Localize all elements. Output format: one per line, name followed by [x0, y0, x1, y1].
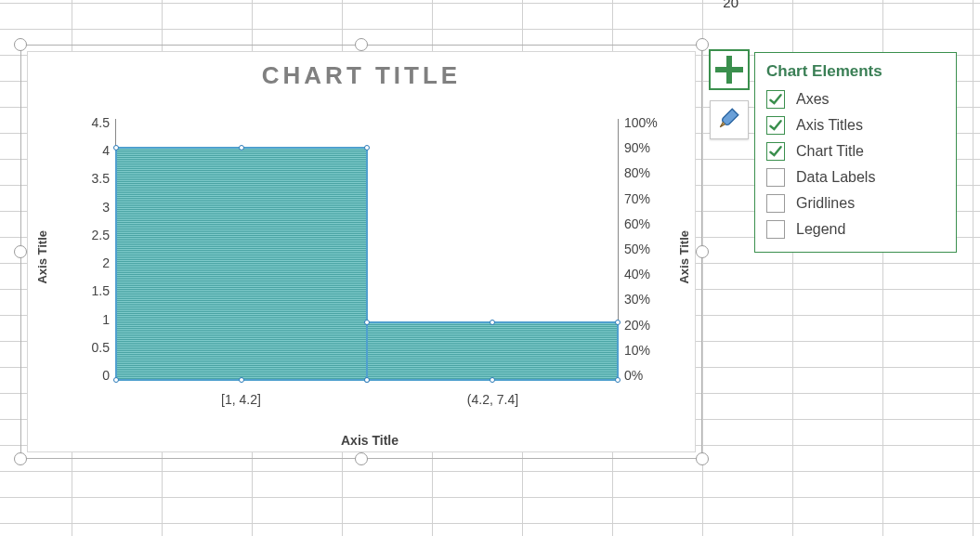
resize-handle[interactable] — [696, 452, 709, 465]
tick-label: 30% — [624, 292, 676, 307]
tick-label: [1, 4.2] — [115, 392, 367, 407]
chart-title[interactable]: CHART TITLE — [28, 61, 695, 90]
y-axis-ticks-right: 100% 90% 80% 70% 60% 50% 40% 30% 20% 10%… — [624, 115, 676, 383]
chart-elements-button[interactable] — [710, 50, 749, 89]
bar[interactable] — [367, 322, 618, 380]
tick-label: 0 — [63, 368, 110, 383]
x-axis-title[interactable]: Axis Title — [63, 433, 676, 448]
resize-handle[interactable] — [355, 452, 368, 465]
tick-label: 20% — [624, 318, 676, 333]
plus-icon — [715, 56, 743, 84]
tick-label: 100% — [624, 115, 676, 130]
checkbox-checked-icon[interactable] — [766, 142, 785, 161]
tick-label: 0.5 — [63, 340, 110, 355]
tick-label: 90% — [624, 140, 676, 155]
option-label: Chart Title — [796, 143, 864, 160]
tick-label: (4.2, 7.4] — [367, 392, 619, 407]
chart-elements-popover[interactable]: Chart Elements AxesAxis TitlesChart Titl… — [754, 52, 957, 253]
series-bars[interactable] — [116, 119, 618, 380]
tick-label: 80% — [624, 165, 676, 180]
y-axis-ticks-left: 4.5 4 3.5 3 2.5 2 1.5 1 0.5 0 — [63, 115, 110, 383]
option-label: Data Labels — [796, 169, 875, 186]
checkbox-unchecked-icon[interactable] — [766, 194, 785, 213]
tick-label: 70% — [624, 191, 676, 206]
chart-element-option[interactable]: Gridlines — [764, 190, 947, 216]
option-label: Gridlines — [796, 195, 855, 212]
chart-element-option[interactable]: Axis Titles — [764, 112, 947, 138]
tick-label: 1 — [63, 312, 110, 327]
checkbox-checked-icon[interactable] — [766, 90, 785, 109]
chart-object[interactable]: CHART TITLE Axis Title Axis Title 4.5 4 … — [20, 45, 702, 459]
tick-label: 2.5 — [63, 228, 110, 242]
option-label: Legend — [796, 221, 845, 238]
resize-handle[interactable] — [696, 38, 709, 51]
y-axis-title-right[interactable]: Axis Title — [677, 230, 691, 284]
option-label: Axis Titles — [796, 117, 863, 134]
checkbox-checked-icon[interactable] — [766, 116, 785, 135]
y-axis-title-left[interactable]: Axis Title — [35, 230, 49, 284]
chart-element-option[interactable]: Data Labels — [764, 164, 947, 190]
cell-value: 20 — [672, 0, 738, 10]
tick-label: 4 — [63, 143, 110, 158]
chart-element-option[interactable]: Legend — [764, 216, 947, 242]
resize-handle[interactable] — [696, 245, 709, 258]
option-label: Axes — [796, 91, 830, 108]
tick-label: 0% — [624, 368, 676, 383]
tick-label: 40% — [624, 267, 676, 281]
popover-title: Chart Elements — [755, 53, 956, 85]
tick-label: 3 — [63, 200, 110, 215]
resize-handle[interactable] — [14, 245, 27, 258]
tick-label: 3.5 — [63, 171, 110, 186]
tick-label: 10% — [624, 343, 676, 358]
tick-label: 50% — [624, 242, 676, 256]
bar[interactable] — [116, 148, 367, 380]
tick-label: 4.5 — [63, 115, 110, 130]
tick-label: 60% — [624, 216, 676, 231]
plot-area-wrap: Axis Title Axis Title 4.5 4 3.5 3 2.5 2 … — [63, 110, 676, 411]
chart-styles-button[interactable] — [710, 100, 749, 139]
tick-label: 1.5 — [63, 283, 110, 298]
chart-element-option[interactable]: Chart Title — [764, 138, 947, 164]
paintbrush-icon — [717, 106, 741, 134]
chart-canvas[interactable]: CHART TITLE Axis Title Axis Title 4.5 4 … — [27, 51, 696, 452]
resize-handle[interactable] — [14, 452, 27, 465]
resize-handle[interactable] — [14, 38, 27, 51]
plot-area[interactable] — [115, 119, 619, 381]
checkbox-unchecked-icon[interactable] — [766, 168, 785, 187]
resize-handle[interactable] — [355, 38, 368, 51]
chart-element-option[interactable]: Axes — [764, 86, 947, 112]
checkbox-unchecked-icon[interactable] — [766, 220, 785, 239]
x-axis-ticks: [1, 4.2] (4.2, 7.4] — [115, 392, 619, 407]
tick-label: 2 — [63, 255, 110, 270]
popover-items: AxesAxis TitlesChart TitleData LabelsGri… — [755, 85, 956, 252]
